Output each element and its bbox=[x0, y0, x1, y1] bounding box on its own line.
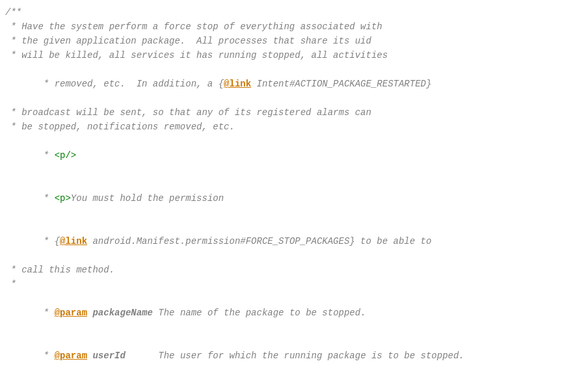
line-10-prefix: * { bbox=[38, 236, 60, 246]
line-2-content: * Have the system perform a force stop o… bbox=[0, 20, 588, 34]
code-line-8: * <p/> bbox=[0, 134, 588, 177]
code-line-10: * {@link android.Manifest.permission#FOR… bbox=[0, 220, 588, 263]
code-line-12: * bbox=[0, 277, 588, 291]
code-line-1: /** bbox=[0, 5, 588, 20]
line-14-param-name: userId bbox=[92, 351, 125, 361]
code-line-5: * removed, etc. In addition, a {@link In… bbox=[0, 62, 588, 105]
line-10-suffix: android.Manifest.permission#FORCE_STOP_P… bbox=[87, 236, 431, 246]
line-5-comment-prefix: * removed, etc. In addition, a { bbox=[38, 79, 224, 89]
code-viewer: /** * Have the system perform a force st… bbox=[0, 0, 588, 385]
line-9-star: * bbox=[38, 193, 54, 204]
line-4-content: * will be killed, all services it has ru… bbox=[0, 48, 588, 62]
code-line-15: * @hide This is not available to third p… bbox=[0, 377, 588, 385]
line-13-star: * bbox=[38, 308, 54, 318]
line-6-content: * broadcast will be sent, so that any of… bbox=[0, 105, 588, 120]
line-8-tag: <p/> bbox=[55, 150, 77, 161]
line-13-param-name: packageName bbox=[92, 308, 152, 318]
code-line-2: * Have the system perform a force stop o… bbox=[0, 20, 588, 34]
line-8-content: * <p/> bbox=[0, 134, 588, 177]
line-9-content: * <p>You must hold the permission bbox=[0, 177, 588, 220]
code-line-7: * be stopped, notifications removed, etc… bbox=[0, 120, 588, 134]
code-line-11: * call this method. bbox=[0, 263, 588, 277]
code-line-13: * @param packageName The name of the pac… bbox=[0, 291, 588, 334]
code-line-3: * the given application package. All pro… bbox=[0, 34, 588, 48]
line-5-content: * removed, etc. In addition, a {@link In… bbox=[0, 62, 588, 105]
line-13-param-keyword: @param bbox=[55, 308, 87, 318]
line-12-content: * bbox=[0, 277, 588, 291]
line-5-link: @link bbox=[224, 79, 251, 89]
line-14-param-desc: The user for which the running package i… bbox=[126, 351, 464, 361]
line-1-content: /** bbox=[0, 5, 588, 20]
line-14-param-keyword: @param bbox=[55, 351, 87, 361]
line-13-content: * @param packageName The name of the pac… bbox=[0, 291, 588, 334]
code-line-6: * broadcast will be sent, so that any of… bbox=[0, 105, 588, 120]
line-14-star: * bbox=[38, 351, 54, 361]
line-9-text: You must hold the permission bbox=[71, 193, 224, 204]
line-10-content: * {@link android.Manifest.permission#FOR… bbox=[0, 220, 588, 263]
code-line-14: * @param userId The user for which the r… bbox=[0, 334, 588, 377]
code-line-9: * <p>You must hold the permission bbox=[0, 177, 588, 220]
code-line-4: * will be killed, all services it has ru… bbox=[0, 48, 588, 62]
line-5-comment-suffix: Intent#ACTION_PACKAGE_RESTARTED} bbox=[251, 79, 431, 89]
line-9-tag: <p> bbox=[55, 193, 71, 204]
line-7-content: * be stopped, notifications removed, etc… bbox=[0, 120, 588, 134]
line-11-content: * call this method. bbox=[0, 263, 588, 277]
line-8-star: * bbox=[38, 150, 54, 161]
line-14-content: * @param userId The user for which the r… bbox=[0, 334, 588, 377]
line-3-content: * the given application package. All pro… bbox=[0, 34, 588, 48]
line-15-content: * @hide This is not available to third p… bbox=[0, 377, 588, 385]
line-10-link: @link bbox=[60, 236, 87, 246]
line-13-param-desc: The name of the package to be stopped. bbox=[153, 308, 366, 318]
